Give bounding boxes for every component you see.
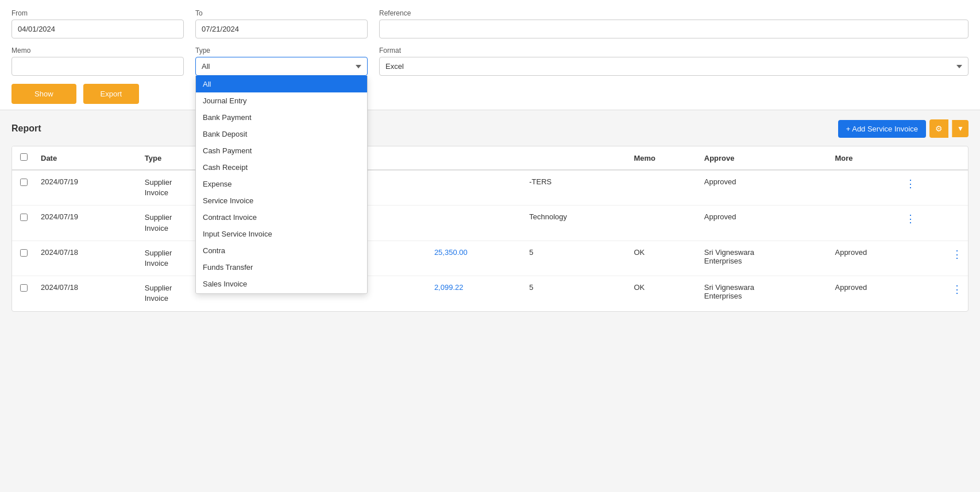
memo-label: Memo (11, 47, 184, 55)
dropdown-item-service-invoice[interactable]: Service Invoice (196, 192, 367, 209)
row-more: ⋮ (921, 276, 968, 311)
more-dots-button[interactable]: ⋮ (927, 248, 962, 261)
row-checkbox-cell (12, 170, 35, 206)
header-col6 (523, 146, 628, 170)
row-memo-text: Sri VigneswaraEnterprises (699, 241, 829, 276)
dropdown-item-bank-deposit[interactable]: Bank Deposit (196, 126, 367, 142)
row-checkbox[interactable] (20, 284, 28, 292)
row-checkbox-cell (12, 276, 35, 311)
type-label: Type (195, 47, 368, 55)
dropdown-item-customer-credit-note[interactable]: Customer Credit Note (196, 292, 367, 294)
row-more: ⋮ (829, 206, 921, 241)
dropdown-item-cash-receipt[interactable]: Cash Receipt (196, 159, 367, 176)
row-col5: 5 (523, 241, 628, 276)
row-col6: Technology (523, 206, 628, 241)
type-select-display[interactable]: All ▼ (195, 57, 368, 76)
table-row: 2024/07/18 SupplierInvoice SAI_PINV/2024… (12, 241, 968, 276)
format-label: Format (379, 47, 969, 55)
row-checkbox-cell (12, 241, 35, 276)
add-service-invoice-button[interactable]: + Add Service Invoice (838, 120, 926, 138)
row-date: 2024/07/19 (35, 170, 139, 206)
dropdown-item-cash-payment[interactable]: Cash Payment (196, 142, 367, 159)
type-chevron-icon: ▼ (356, 63, 361, 69)
row-amount: 2,099.22 (429, 276, 523, 311)
reference-group: Reference (379, 9, 969, 38)
row-col6: OK (628, 241, 698, 276)
memo-group: Memo (11, 47, 184, 76)
dropdown-item-expense[interactable]: Expense (196, 176, 367, 192)
dropdown-item-input-service-invoice[interactable]: Input Service Invoice (196, 226, 367, 242)
row-checkbox[interactable] (20, 249, 28, 257)
row-col5 (429, 206, 523, 241)
more-dots-button[interactable]: ⋮ (835, 212, 916, 225)
row-col6: -TERS (523, 170, 628, 206)
filter-row-1: From To Reference (11, 9, 969, 38)
report-section: Report + Add Service Invoice ⚙ ▼ Date Ty… (0, 110, 980, 321)
table-row: 2024/07/19 SupplierInvoice SAI_PINV/2024… (12, 206, 968, 241)
amount-link[interactable]: 2,099.22 (434, 283, 464, 292)
dropdown-item-funds-transfer[interactable]: Funds Transfer (196, 259, 367, 276)
table-row: 2024/07/19 SupplierInvoice SAI_PINV/2024… (12, 170, 968, 206)
gear-button[interactable]: ⚙ (929, 119, 948, 138)
button-row: Show Export (11, 84, 969, 104)
row-checkbox[interactable] (20, 214, 28, 221)
header-memo: Memo (628, 146, 698, 170)
dropdown-item-contra[interactable]: Contra (196, 242, 367, 259)
reference-label: Reference (379, 9, 969, 17)
memo-input[interactable] (11, 57, 184, 76)
type-select-value: All (202, 62, 210, 71)
row-approve: Approved (699, 206, 829, 241)
row-more: ⋮ (829, 170, 921, 206)
row-checkbox-cell (12, 206, 35, 241)
format-group: Format Excel PDF CSV (379, 47, 969, 76)
caret-button[interactable]: ▼ (952, 120, 969, 137)
dropdown-item-bank-payment[interactable]: Bank Payment (196, 109, 367, 126)
row-col6: OK (628, 276, 698, 311)
dropdown-item-journal-entry[interactable]: Journal Entry (196, 92, 367, 109)
report-title: Report (11, 123, 41, 134)
format-select[interactable]: Excel PDF CSV (379, 57, 969, 76)
row-approve: Approved (829, 241, 921, 276)
type-group: Type All ▼ All Journal Entry Bank Paymen… (195, 47, 368, 76)
header-checkbox-col (12, 146, 35, 170)
filter-row-2: Memo Type All ▼ All Journal Entry Bank P… (11, 47, 969, 76)
report-table: Date Type Ref Memo Approve More 2024/07/… (12, 146, 968, 311)
row-col5 (429, 170, 523, 206)
row-checkbox[interactable] (20, 179, 28, 186)
to-input[interactable] (195, 20, 368, 38)
header-date: Date (35, 146, 139, 170)
row-more: ⋮ (921, 241, 968, 276)
more-dots-button[interactable]: ⋮ (927, 283, 962, 296)
row-memo (628, 170, 698, 206)
row-memo (628, 206, 698, 241)
report-actions: + Add Service Invoice ⚙ ▼ (838, 119, 969, 138)
from-group: From (11, 9, 184, 38)
reference-input[interactable] (379, 20, 969, 38)
dropdown-item-contract-invoice[interactable]: Contract Invoice (196, 209, 367, 226)
row-amount: 25,350.00 (429, 241, 523, 276)
type-dropdown: All Journal Entry Bank Payment Bank Depo… (195, 76, 368, 294)
to-group: To (195, 9, 368, 38)
from-label: From (11, 9, 184, 17)
table-header: Date Type Ref Memo Approve More (12, 146, 968, 170)
dropdown-item-all[interactable]: All (196, 76, 367, 92)
show-button[interactable]: Show (11, 84, 76, 104)
select-all-checkbox[interactable] (20, 153, 28, 161)
row-col5: 5 (523, 276, 628, 311)
report-table-container: Date Type Ref Memo Approve More 2024/07/… (11, 146, 969, 312)
header-col5 (429, 146, 523, 170)
secondary-button[interactable]: Export (83, 84, 140, 104)
header-more: More (829, 146, 921, 170)
filter-section: From To Reference Memo Type All ▼ (0, 0, 980, 110)
to-label: To (195, 9, 368, 17)
table-row: 2024/07/18 SupplierInvoice SAI_PINV/2024… (12, 276, 968, 311)
amount-link[interactable]: 25,350.00 (434, 248, 468, 257)
row-memo-text: Sri VigneswaraEnterprises (699, 276, 829, 311)
dropdown-item-sales-invoice[interactable]: Sales Invoice (196, 276, 367, 292)
row-approve: Approved (829, 276, 921, 311)
more-dots-button[interactable]: ⋮ (835, 177, 916, 190)
row-date: 2024/07/18 (35, 241, 139, 276)
from-input[interactable] (11, 20, 184, 38)
report-header: Report + Add Service Invoice ⚙ ▼ (11, 119, 969, 138)
row-date: 2024/07/19 (35, 206, 139, 241)
